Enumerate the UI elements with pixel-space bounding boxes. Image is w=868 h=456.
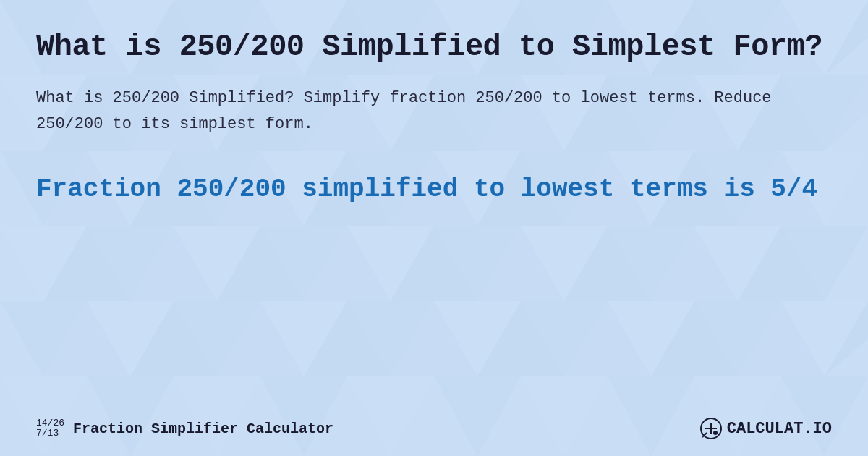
footer-label: Fraction Simplifier Calculator <box>73 421 333 437</box>
fraction-display: 14/26 7/13 <box>36 418 64 439</box>
fraction-top: 14/26 <box>36 418 64 428</box>
result-section: Fraction 250/200 simplified to lowest te… <box>36 173 832 207</box>
svg-point-112 <box>713 431 718 435</box>
fraction-bottom: 7/13 <box>36 428 64 439</box>
footer: 14/26 7/13 Fraction Simplifier Calculato… <box>36 417 832 440</box>
description-text: What is 250/200 Simplified? Simplify fra… <box>36 85 832 136</box>
page-title: What is 250/200 Simplified to Simplest F… <box>36 29 832 65</box>
footer-left: 14/26 7/13 Fraction Simplifier Calculato… <box>36 418 333 439</box>
brand-text: CALCULAT.IO <box>727 420 832 438</box>
footer-right: CALCULAT.IO <box>699 417 832 440</box>
result-text: Fraction 250/200 simplified to lowest te… <box>36 173 832 207</box>
calculator-icon <box>699 417 723 440</box>
